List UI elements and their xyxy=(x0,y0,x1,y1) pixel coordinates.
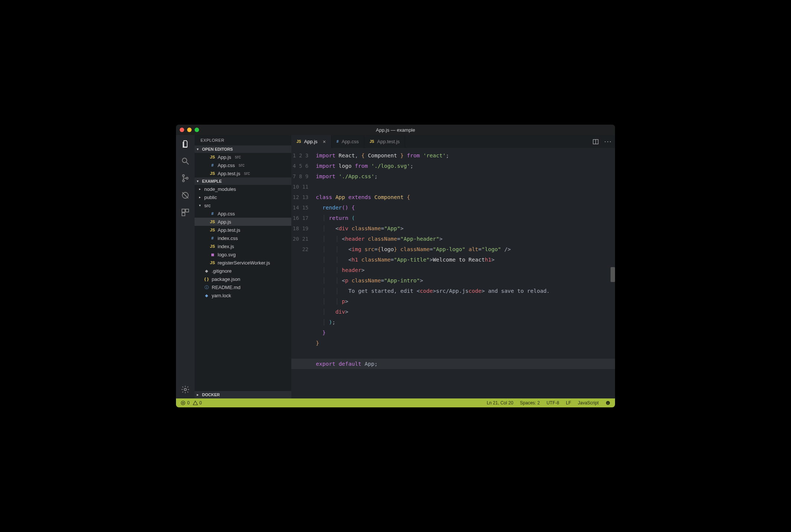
file-path: src xyxy=(244,171,250,176)
file-item[interactable]: JS App.test.js xyxy=(195,226,291,234)
file-path: src xyxy=(235,154,241,160)
tab-App.test.js[interactable]: JS App.test.js xyxy=(364,135,405,148)
file-icon: ◆ xyxy=(204,293,209,298)
file-item[interactable]: JS App.js xyxy=(195,218,291,226)
section-project[interactable]: ▾ EXAMPLE xyxy=(195,177,291,185)
file-name: App.test.js xyxy=(218,171,240,176)
open-editor-item[interactable]: # App.css src xyxy=(195,161,291,169)
folder-src[interactable]: ▾ src xyxy=(195,201,291,209)
editor-tabs: JS App.js × # App.css JS App.test.js ··· xyxy=(291,135,615,148)
file-name: package.json xyxy=(212,276,240,282)
file-item[interactable]: JS index.js xyxy=(195,242,291,250)
file-item[interactable]: # App.css xyxy=(195,209,291,218)
status-language[interactable]: JavaScript xyxy=(578,400,599,406)
file-icon: JS xyxy=(369,140,374,144)
svg-point-2 xyxy=(183,180,185,182)
file-name: App.js xyxy=(218,219,231,225)
maximize-window-button[interactable] xyxy=(195,128,199,132)
file-icon: ⓘ xyxy=(204,285,209,290)
extensions-icon[interactable] xyxy=(180,207,190,218)
chevron-down-icon: ▾ xyxy=(197,179,201,183)
file-icon: JS xyxy=(209,228,215,232)
file-name: yarn.lock xyxy=(212,293,231,298)
status-cursor-position[interactable]: Ln 21, Col 20 xyxy=(487,400,513,406)
folder-name: public xyxy=(204,195,217,200)
traffic-lights xyxy=(180,128,199,132)
file-item[interactable]: JS registerServiceWorker.js xyxy=(195,259,291,267)
split-editor-icon[interactable] xyxy=(592,138,599,145)
folder-public[interactable]: ▸ public xyxy=(195,193,291,201)
status-eol[interactable]: LF xyxy=(566,400,571,406)
explorer-sidebar: EXPLORER ▾ OPEN EDITORS JS App.js src # … xyxy=(195,135,291,398)
chevron-right-icon: ▸ xyxy=(199,187,203,191)
file-item[interactable]: # index.css xyxy=(195,234,291,242)
file-icon: JS xyxy=(209,155,215,159)
svg-point-3 xyxy=(186,177,188,179)
file-icon: # xyxy=(209,236,215,240)
file-icon: JS xyxy=(209,244,215,249)
file-name: index.js xyxy=(218,244,234,249)
file-icon: { } xyxy=(204,277,209,281)
svg-point-8 xyxy=(184,388,186,391)
editor-area: JS App.js × # App.css JS App.test.js ···… xyxy=(291,135,615,398)
chevron-right-icon: ▸ xyxy=(197,393,201,397)
chevron-right-icon: ▸ xyxy=(199,195,203,199)
folder-node_modules[interactable]: ▸ node_modules xyxy=(195,185,291,193)
folder-name: node_modules xyxy=(204,186,236,192)
folder-name: src xyxy=(204,203,211,208)
minimize-window-button[interactable] xyxy=(187,128,192,132)
tab-App.js[interactable]: JS App.js × xyxy=(291,135,332,148)
source-control-icon[interactable] xyxy=(180,173,190,183)
file-name: App.css xyxy=(218,211,235,217)
svg-rect-6 xyxy=(186,209,189,212)
file-name: App.js xyxy=(218,154,231,160)
file-item[interactable]: ◆ .gitignore xyxy=(195,267,291,275)
file-item[interactable]: { } package.json xyxy=(195,275,291,283)
chevron-down-icon: ▾ xyxy=(197,147,201,151)
open-editor-item[interactable]: JS App.test.js src xyxy=(195,169,291,177)
file-path: src xyxy=(238,163,244,168)
file-item[interactable]: ◼ logo.svg xyxy=(195,250,291,259)
explorer-icon[interactable] xyxy=(180,139,190,149)
open-editor-item[interactable]: JS App.js src xyxy=(195,153,291,161)
app-window: App.js — example xyxy=(176,125,615,407)
file-icon: ◼ xyxy=(209,252,215,257)
file-icon: # xyxy=(209,211,215,216)
window-title: App.js — example xyxy=(176,127,615,133)
status-encoding[interactable]: UTF-8 xyxy=(547,400,559,406)
file-name: App.css xyxy=(218,163,235,168)
section-docker[interactable]: ▸ DOCKER xyxy=(195,391,291,398)
file-name: logo.svg xyxy=(218,252,236,257)
svg-point-0 xyxy=(182,158,187,163)
search-icon[interactable] xyxy=(180,156,190,166)
file-icon: ◆ xyxy=(204,269,209,273)
status-bar: 0 0 Ln 21, Col 20 Spaces: 2 UTF-8 LF Jav… xyxy=(176,398,615,407)
file-name: index.css xyxy=(218,235,238,241)
svg-rect-5 xyxy=(182,209,185,212)
code-editor[interactable]: 1 2 3 4 5 6 7 8 9 10 11 12 13 14 15 16 1… xyxy=(291,148,615,398)
status-errors[interactable]: 0 xyxy=(180,400,190,406)
status-indentation[interactable]: Spaces: 2 xyxy=(520,400,540,406)
section-open-editors[interactable]: ▾ OPEN EDITORS xyxy=(195,145,291,153)
debug-icon[interactable] xyxy=(180,190,190,201)
tab-App.css[interactable]: # App.css xyxy=(332,135,365,148)
status-feedback-icon[interactable] xyxy=(605,400,611,406)
file-item[interactable]: ◆ yarn.lock xyxy=(195,291,291,299)
file-name: .gitignore xyxy=(212,268,231,274)
file-item[interactable]: ⓘ README.md xyxy=(195,283,291,291)
settings-gear-icon[interactable] xyxy=(180,384,190,395)
svg-point-12 xyxy=(607,402,608,403)
close-tab-icon[interactable]: × xyxy=(323,139,326,145)
file-name: README.md xyxy=(212,285,240,290)
status-warnings[interactable]: 0 xyxy=(193,400,202,406)
more-actions-icon[interactable]: ··· xyxy=(604,138,612,145)
titlebar: App.js — example xyxy=(176,125,615,135)
file-icon: JS xyxy=(209,171,215,176)
file-icon: JS xyxy=(209,260,215,265)
svg-point-11 xyxy=(606,401,610,405)
close-window-button[interactable] xyxy=(180,128,184,132)
file-icon: # xyxy=(209,163,215,167)
file-name: registerServiceWorker.js xyxy=(218,260,270,266)
file-icon: JS xyxy=(209,219,215,224)
tab-label: App.js xyxy=(304,139,317,144)
